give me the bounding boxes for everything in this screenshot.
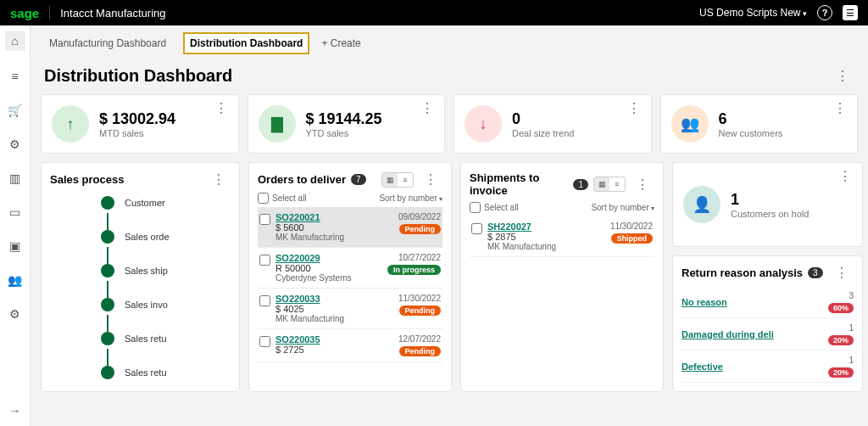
status-badge: Shipped <box>611 233 654 244</box>
step-dot[interactable] <box>101 298 114 311</box>
step-dot[interactable] <box>101 366 114 379</box>
app-title: Intacct Manufacturing <box>50 7 699 20</box>
select-all-label: Select all <box>272 193 307 203</box>
kpi-menu-icon[interactable]: ⋮ <box>622 100 646 116</box>
top-bar: sage Intacct Manufacturing US Demo Scrip… <box>0 0 868 25</box>
panel-title: Orders to deliver <box>258 173 346 186</box>
page-menu-icon[interactable]: ⋮ <box>831 68 854 84</box>
panel-menu-icon[interactable]: ⋮ <box>830 265 854 281</box>
shipment-link[interactable]: SH220027 <box>487 221 610 232</box>
step-dot[interactable] <box>101 230 114 244</box>
order-item[interactable]: SO220033 $ 4025 MK Manufacturing 11/30/2… <box>258 289 442 329</box>
sort-dropdown[interactable]: Sort by number <box>379 193 442 203</box>
kpi-menu-icon[interactable]: ⋮ <box>209 100 233 116</box>
order-vendor: MK Manufacturing <box>275 314 398 323</box>
step-dot[interactable] <box>101 196 114 210</box>
user-icon[interactable]: ☰ <box>843 5 858 20</box>
status-badge: Pending <box>399 305 442 316</box>
return-pct: 60% <box>828 303 854 313</box>
kpi-value: $ 19144.25 <box>306 110 382 128</box>
org-icon[interactable]: ⚙ <box>7 136 24 153</box>
shipment-amount: $ 2875 <box>487 232 610 242</box>
return-reason-link[interactable]: Defective <box>682 362 828 372</box>
kpi-menu-icon[interactable]: ⋮ <box>833 168 857 184</box>
chart-icon[interactable]: ▥ <box>7 170 24 187</box>
order-link[interactable]: SO220033 <box>275 294 398 304</box>
gear-icon[interactable]: ⚙ <box>7 305 24 322</box>
tab-distribution[interactable]: Distribution Dashboard <box>183 32 309 54</box>
view-toggle[interactable]: ▦≡ <box>593 177 626 192</box>
context-dropdown[interactable]: US Demo Scripts New <box>699 7 807 19</box>
home-icon[interactable]: ⌂ <box>5 31 25 51</box>
order-link[interactable]: SO220021 <box>275 212 398 222</box>
select-all-checkbox[interactable] <box>258 193 269 204</box>
cart-icon[interactable]: 🛒 <box>7 102 24 119</box>
order-checkbox[interactable] <box>259 295 270 306</box>
order-date: 09/09/2022 <box>398 212 441 221</box>
shipment-vendor: MK Manufacturing <box>487 242 610 251</box>
topbar-right: US Demo Scripts New ? ☰ <box>699 5 858 20</box>
arrow-right-icon[interactable]: → <box>7 402 24 419</box>
panel-menu-icon[interactable]: ⋮ <box>631 177 654 193</box>
kpi-label: MTD sales <box>99 128 175 138</box>
kpi-label: Deal size trend <box>512 128 574 138</box>
kpi-menu-icon[interactable]: ⋮ <box>415 100 439 116</box>
down-arrow-icon: ↓ <box>465 105 502 143</box>
panel-menu-icon[interactable]: ⋮ <box>207 171 231 188</box>
order-checkbox[interactable] <box>259 336 270 347</box>
kpi-new-customers: ⋮ 👥 6 New customers <box>660 94 859 154</box>
kpi-menu-icon[interactable]: ⋮ <box>828 100 852 116</box>
shipment-item[interactable]: SH220027 $ 2875 MK Manufacturing 11/30/2… <box>470 216 654 257</box>
tab-manufacturing[interactable]: Manufacturing Dashboard <box>44 34 171 53</box>
create-button[interactable]: + Create <box>321 37 360 49</box>
menu-icon[interactable]: ≡ <box>7 68 24 85</box>
return-row[interactable]: No reason 3 60% <box>682 286 854 318</box>
order-date: 11/30/2022 <box>398 294 441 303</box>
orders-panel: Orders to deliver 7 ▦≡ ⋮ Select all Sort… <box>248 162 452 392</box>
order-amount: $ 5600 <box>275 222 398 233</box>
view-toggle[interactable]: ▦≡ <box>381 172 414 188</box>
order-checkbox[interactable] <box>259 214 270 225</box>
box-icon[interactable]: ▣ <box>7 238 24 255</box>
list-view-icon[interactable]: ≡ <box>609 177 625 191</box>
return-pct: 20% <box>828 367 854 378</box>
kpi-label: New customers <box>719 128 783 138</box>
sort-dropdown[interactable]: Sort by number <box>591 203 654 212</box>
return-reason-link[interactable]: Damaged during deli <box>682 329 828 339</box>
step-dot[interactable] <box>101 264 114 277</box>
grid-view-icon[interactable]: ▦ <box>382 173 398 187</box>
sidebar: ⌂ ≡ 🛒 ⚙ ▥ ▭ ▣ 👥 ⚙ → <box>0 25 31 426</box>
main-content: Manufacturing Dashboard Distribution Das… <box>31 25 868 426</box>
order-item[interactable]: SO220021 $ 5600 MK Manufacturing 09/09/2… <box>258 207 442 248</box>
return-row[interactable]: Defective 1 20% <box>682 350 854 383</box>
order-item[interactable]: SO220029 R 50000 Cyberdyne Systems 10/27… <box>258 248 442 289</box>
select-all-label: Select all <box>484 203 519 212</box>
panel-menu-icon[interactable]: ⋮ <box>419 171 442 188</box>
select-all-checkbox[interactable] <box>470 202 481 213</box>
card-icon[interactable]: ▭ <box>7 204 24 221</box>
people-icon[interactable]: 👥 <box>7 272 24 289</box>
step-label: Sales ship <box>125 266 168 276</box>
order-item[interactable]: SO220035 $ 2725 12/07/2022 Pending <box>258 329 442 362</box>
order-link[interactable]: SO220035 <box>275 334 398 345</box>
kpi-label: Customers on hold <box>731 209 809 219</box>
order-date: 12/07/2022 <box>398 334 441 344</box>
return-count: 1 <box>828 323 854 333</box>
panel-title: Return reason analysis <box>682 266 803 279</box>
grid-view-icon[interactable]: ▦ <box>594 177 609 191</box>
count-badge: 3 <box>808 267 823 278</box>
status-badge: Pending <box>399 346 442 356</box>
order-vendor: Cyberdyne Systems <box>275 273 387 283</box>
list-view-icon[interactable]: ≡ <box>398 173 413 187</box>
shipments-panel: Shipments to invoice 1 ▦≡ ⋮ Select all S… <box>460 162 664 392</box>
logo: sage <box>10 6 50 20</box>
return-reason-link[interactable]: No reason <box>682 297 828 307</box>
order-checkbox[interactable] <box>259 255 270 266</box>
kpi-value: $ 13002.94 <box>99 110 175 128</box>
shipment-checkbox[interactable] <box>471 223 482 234</box>
shipment-date: 11/30/2022 <box>610 221 653 231</box>
order-link[interactable]: SO220029 <box>275 253 387 263</box>
step-dot[interactable] <box>101 332 114 345</box>
return-row[interactable]: Damaged during deli 1 20% <box>682 318 854 350</box>
help-icon[interactable]: ? <box>817 5 832 20</box>
